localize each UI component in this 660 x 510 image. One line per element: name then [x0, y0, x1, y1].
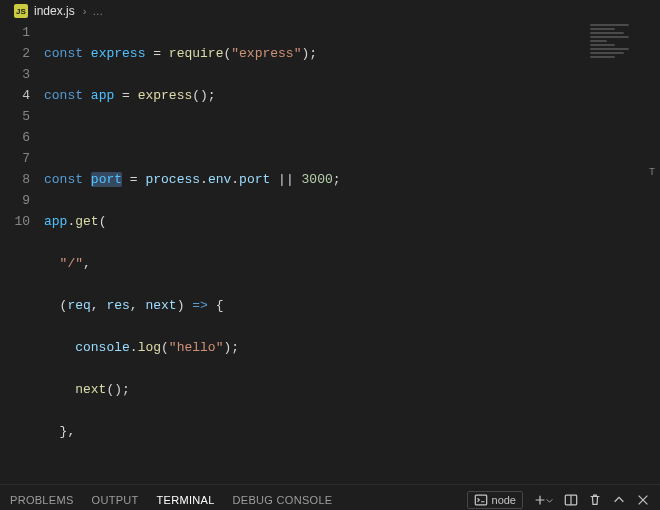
trash-icon	[588, 493, 602, 507]
line-number: 6	[0, 127, 30, 148]
kill-terminal-button[interactable]	[588, 493, 602, 507]
line-number: 10	[0, 211, 30, 232]
code-line[interactable]: },	[44, 421, 341, 442]
tab-debug-console[interactable]: DEBUG CONSOLE	[233, 494, 333, 506]
breadcrumb-more[interactable]: …	[92, 5, 103, 17]
new-terminal-button[interactable]	[533, 493, 554, 507]
panel-actions: node	[467, 491, 650, 509]
code-line[interactable]: (req, res, next) => {	[44, 295, 341, 316]
highlighted-word: port	[91, 172, 122, 187]
tab-problems[interactable]: PROBLEMS	[10, 494, 74, 506]
line-number-gutter: 1 2 3 4 5 6 7 8 9 10	[0, 22, 44, 484]
code-line[interactable]: "/",	[44, 253, 341, 274]
line-number: 3	[0, 64, 30, 85]
close-panel-button[interactable]	[636, 493, 650, 507]
svg-rect-0	[475, 495, 486, 505]
tab-terminal[interactable]: TERMINAL	[157, 494, 215, 506]
code-content[interactable]: const express = require("express"); cons…	[44, 22, 341, 484]
code-line[interactable]: const app = express();	[44, 85, 341, 106]
code-line[interactable]: console.log("hello");	[44, 337, 341, 358]
split-terminal-button[interactable]	[564, 493, 578, 507]
terminal-icon	[474, 493, 488, 507]
terminal-shell-select[interactable]: node	[467, 491, 523, 509]
chevron-up-icon	[612, 493, 626, 507]
code-line[interactable]: const port = process.env.port || 3000;	[44, 169, 341, 190]
maximize-panel-button[interactable]	[612, 493, 626, 507]
code-line[interactable]: const express = require("express");	[44, 43, 341, 64]
code-line[interactable]	[44, 127, 341, 148]
line-number: 2	[0, 43, 30, 64]
line-number: 4	[0, 85, 30, 106]
line-number: 7	[0, 148, 30, 169]
line-number: 9	[0, 190, 30, 211]
code-line[interactable]: app.get(	[44, 211, 341, 232]
code-editor[interactable]: 1 2 3 4 5 6 7 8 9 10 const express = req…	[0, 22, 660, 484]
tab-output[interactable]: OUTPUT	[92, 494, 139, 506]
close-icon	[636, 493, 650, 507]
chevron-right-icon: ›	[83, 5, 87, 17]
editor-scrollbar[interactable]: T	[644, 22, 660, 242]
split-icon	[564, 493, 578, 507]
minimap[interactable]	[586, 22, 642, 232]
scroll-mark: T	[649, 162, 657, 170]
panel-tab-bar: PROBLEMS OUTPUT TERMINAL DEBUG CONSOLE n…	[0, 485, 660, 510]
line-number: 1	[0, 22, 30, 43]
breadcrumb: JS index.js › …	[0, 0, 660, 22]
bottom-panel: PROBLEMS OUTPUT TERMINAL DEBUG CONSOLE n…	[0, 484, 660, 510]
terminal-shell-label: node	[492, 494, 516, 506]
chevron-down-icon	[545, 496, 554, 505]
open-file-name[interactable]: index.js	[34, 4, 75, 18]
line-number: 8	[0, 169, 30, 190]
code-line[interactable]: next();	[44, 379, 341, 400]
line-number: 5	[0, 106, 30, 127]
js-file-icon: JS	[14, 4, 28, 18]
